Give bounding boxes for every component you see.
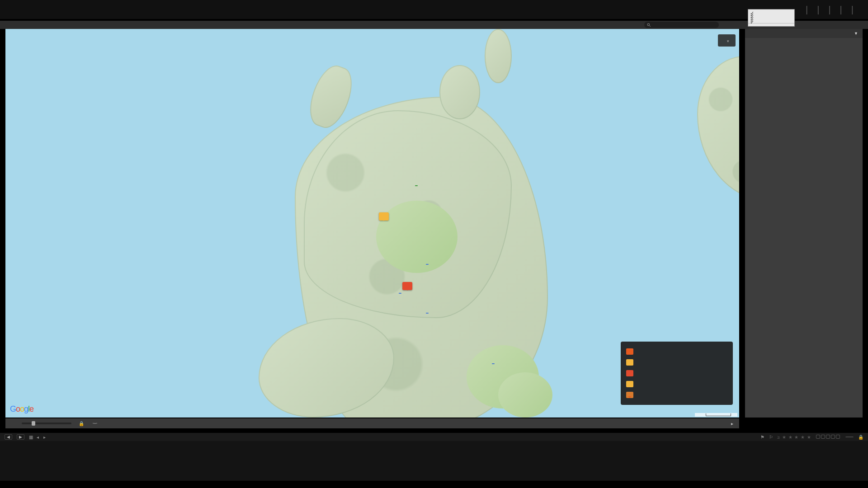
nav-fwd-icon[interactable]: ▸ (43, 435, 46, 440)
map-marker-cluster-yellow[interactable] (379, 212, 389, 221)
module-picker: | | | | | (797, 0, 862, 19)
collapse-toolbar-icon[interactable]: ▸ (728, 420, 736, 427)
zoom-slider[interactable] (22, 422, 71, 424)
flag-reject-icon[interactable]: ⚐ (769, 435, 773, 440)
grid-view-icon[interactable]: ▦ (29, 435, 32, 440)
map-toolbar: 🔒 〰 ▸ (5, 418, 739, 428)
svg-line-1 (650, 25, 651, 26)
metadata-header[interactable]: ▼ (745, 29, 863, 38)
flag-pick-icon[interactable]: ⚑ (760, 435, 764, 440)
road-a9 (415, 185, 418, 186)
map-marker-cluster-red[interactable] (402, 282, 412, 290)
map-search-input[interactable] (653, 23, 716, 27)
legend-swatch-unselected-icon (626, 348, 633, 355)
menu-item-web[interactable] (748, 20, 794, 22)
rating-filter[interactable]: ≥ ★ ★ ★ ★ ★ (778, 435, 811, 440)
zoom-slider-thumb[interactable] (32, 421, 35, 426)
location-filter-bar (0, 21, 868, 29)
map-legend (621, 342, 733, 405)
filmstrip-info-bar: ◀ ▶ ▦ ◂ ▸ ⚑ ⚐ ≥ ★ ★ ★ ★ ★ 🔒 (0, 433, 868, 441)
chevron-down-icon: ▼ (854, 31, 858, 36)
road-m77 (399, 293, 401, 294)
lock-icon[interactable]: 🔒 (78, 420, 85, 427)
nav-first-icon[interactable]: ◀ (5, 434, 12, 440)
menu-item-show-all[interactable] (748, 24, 794, 26)
filter-preset[interactable] (845, 436, 854, 437)
nav-back-icon[interactable]: ◂ (37, 435, 39, 440)
map-attribution (695, 413, 737, 417)
road-a74 (426, 313, 429, 314)
filmstrip[interactable] (0, 441, 868, 481)
metadata-panel: ▼ (745, 29, 863, 418)
map-canvas[interactable]: Google (5, 29, 739, 418)
location-banner[interactable] (718, 34, 736, 47)
color-label-filter[interactable] (816, 435, 841, 440)
map-scale-bar (706, 413, 731, 416)
google-logo: Google (10, 404, 33, 414)
map-search[interactable] (644, 22, 719, 28)
road-a1 (492, 363, 495, 364)
search-icon (647, 23, 651, 27)
tracklog-icon[interactable]: 〰 (91, 420, 99, 427)
legend-swatch-search-icon (626, 392, 633, 398)
legend-swatch-selected-icon (626, 359, 633, 366)
title-bar: | | | | | (0, 0, 868, 19)
nav-second-icon[interactable]: ▶ (17, 434, 24, 440)
legend-swatch-group-near-icon (626, 381, 633, 387)
module-visibility-menu[interactable] (748, 9, 795, 27)
filter-lock-icon[interactable]: 🔒 (858, 435, 863, 440)
road-m90 (426, 264, 429, 265)
svg-point-0 (647, 23, 650, 26)
legend-swatch-group-same-icon (626, 370, 633, 376)
